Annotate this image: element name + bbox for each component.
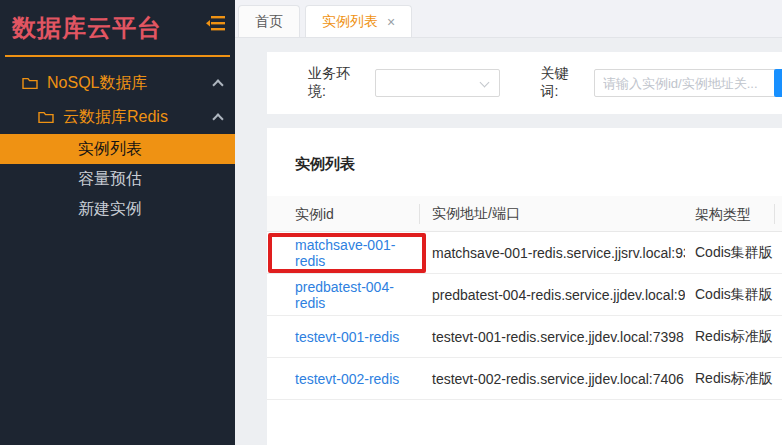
table-row[interactable]: testevt-002-redis testevt-002-redis.serv… bbox=[267, 358, 782, 400]
instance-address: matchsave-001-redis.service.jjsrv.local:… bbox=[420, 245, 685, 261]
tab-instance-list[interactable]: 实例列表 × bbox=[305, 5, 412, 37]
sidebar-item-label: 云数据库Redis bbox=[63, 107, 168, 128]
main-area: 首页 实例列表 × 业务环境: 关键词: 实例列表 bbox=[235, 0, 782, 445]
sidebar-item-label: 实例列表 bbox=[78, 139, 142, 160]
instance-address: testevt-002-redis.service.jjdev.local:74… bbox=[420, 371, 685, 387]
header-separator bbox=[774, 204, 775, 224]
app-window: 数据库云平台 NoSQL数据库 bbox=[0, 0, 782, 445]
table-header-row: 实例id 实例地址/端口 架构类型 bbox=[267, 196, 782, 232]
sidebar-divider bbox=[5, 55, 230, 57]
sidebar-menu: NoSQL数据库 云数据库Redis 实例列表 容量预估 新建实例 bbox=[0, 66, 235, 224]
tab-label: 首页 bbox=[255, 13, 283, 31]
table-title: 实例列表 bbox=[267, 128, 782, 174]
table-row[interactable]: matchsave-001-redis matchsave-001-redis.… bbox=[267, 232, 782, 274]
sidebar-item-label: 新建实例 bbox=[78, 199, 142, 220]
table-row[interactable]: testevt-001-redis testevt-001-redis.serv… bbox=[267, 316, 782, 358]
chevron-down-icon bbox=[480, 78, 490, 88]
table-row[interactable]: predbatest-004-redis predbatest-004-redi… bbox=[267, 274, 782, 316]
column-header-address: 实例地址/端口 bbox=[420, 205, 685, 223]
filter-panel: 业务环境: 关键词: bbox=[267, 52, 782, 114]
instance-address: testevt-001-redis.service.jjdev.local:73… bbox=[420, 329, 685, 345]
instance-arch-type: Redis标准版 bbox=[685, 370, 775, 388]
instance-address: predbatest-004-redis.service.jjdev.local… bbox=[420, 287, 685, 303]
column-header-arch-type: 架构类型 bbox=[685, 196, 775, 231]
sidebar-item-instance-list[interactable]: 实例列表 bbox=[0, 134, 235, 164]
sidebar-item-nosql[interactable]: NoSQL数据库 bbox=[0, 66, 235, 100]
column-header-instance-id: 实例id bbox=[267, 196, 420, 231]
sidebar-item-label: 容量预估 bbox=[78, 169, 142, 190]
sidebar-item-label: NoSQL数据库 bbox=[47, 73, 147, 94]
chevron-up-icon bbox=[212, 79, 223, 90]
close-icon[interactable]: × bbox=[387, 14, 395, 30]
search-button[interactable] bbox=[774, 69, 782, 97]
instance-link[interactable]: matchsave-001-redis bbox=[295, 237, 395, 269]
folder-icon bbox=[22, 76, 38, 90]
instance-link[interactable]: predbatest-004-redis bbox=[295, 279, 394, 311]
app-title: 数据库云平台 bbox=[12, 13, 235, 43]
env-filter-label: 业务环境: bbox=[308, 65, 367, 101]
tab-home[interactable]: 首页 bbox=[238, 5, 300, 37]
sidebar-item-create-instance[interactable]: 新建实例 bbox=[0, 194, 235, 224]
sidebar-item-redis[interactable]: 云数据库Redis bbox=[0, 100, 235, 134]
keyword-filter-label: 关键词: bbox=[540, 65, 586, 101]
instance-arch-type: Codis集群版 bbox=[685, 244, 775, 262]
env-select[interactable] bbox=[375, 69, 500, 97]
sidebar: 数据库云平台 NoSQL数据库 bbox=[0, 0, 235, 445]
instance-link[interactable]: testevt-001-redis bbox=[295, 329, 399, 345]
content-area: 业务环境: 关键词: 实例列表 实例id bbox=[235, 38, 782, 445]
tab-label: 实例列表 bbox=[322, 13, 378, 31]
instance-table-panel: 实例列表 实例id 实例地址/端口 架构类型 bbox=[267, 128, 782, 445]
sidebar-item-capacity-estimate[interactable]: 容量预估 bbox=[0, 164, 235, 194]
folder-icon bbox=[38, 110, 54, 124]
instance-arch-type: Redis标准版 bbox=[685, 328, 775, 346]
menu-fold-icon[interactable] bbox=[204, 13, 228, 38]
instance-link[interactable]: testevt-002-redis bbox=[295, 371, 399, 387]
tab-bar: 首页 实例列表 × bbox=[235, 0, 782, 38]
sidebar-header: 数据库云平台 bbox=[0, 0, 235, 51]
instance-table: 实例id 实例地址/端口 架构类型 matchsave-001-redis ma… bbox=[267, 196, 782, 400]
instance-arch-type: Codis集群版 bbox=[685, 286, 775, 304]
keyword-input[interactable] bbox=[594, 69, 782, 97]
chevron-up-icon bbox=[212, 113, 223, 124]
